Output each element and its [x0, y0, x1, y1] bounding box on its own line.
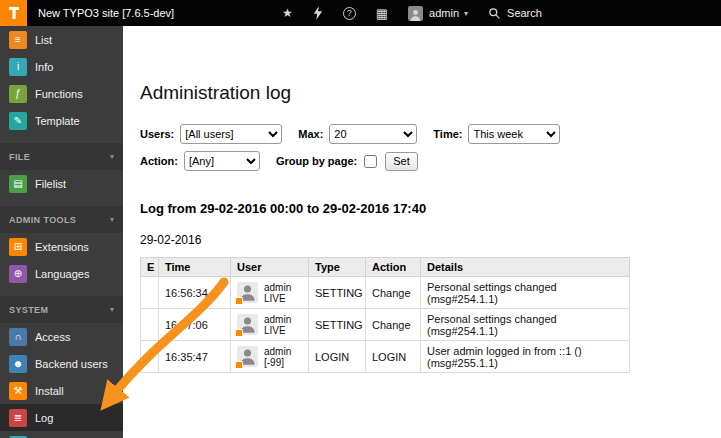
- filter-row-2: Action: [Any] Group by page: Set: [140, 151, 701, 171]
- time-filter: Time: This week: [433, 124, 560, 144]
- sidebar-item-label: Install: [35, 385, 64, 397]
- details-cell: Personal settings changed (msg#254.1.1): [421, 277, 630, 309]
- avatar: [408, 6, 423, 21]
- modules-button[interactable]: ▦: [366, 0, 398, 26]
- clear-cache-button[interactable]: [303, 0, 333, 26]
- action-cell: Change: [366, 277, 421, 309]
- topbar: New TYPO3 site [7.6.5-dev] ★ ? ▦: [0, 0, 721, 26]
- backend-users-module-icon: ☻: [9, 355, 27, 373]
- sidebar-item-functions[interactable]: ƒ Functions: [0, 80, 123, 107]
- set-button[interactable]: Set: [385, 152, 418, 171]
- sidebar-section-file[interactable]: FILE ▾: [0, 143, 123, 170]
- sidebar-item-filelist[interactable]: ▤ Filelist: [0, 170, 123, 197]
- search-button[interactable]: Search: [478, 0, 552, 26]
- star-icon: ★: [282, 7, 293, 19]
- log-module-icon: ≣: [9, 409, 27, 427]
- details-cell: Personal settings changed (msg#254.1.1): [421, 309, 630, 341]
- site-title: New TYPO3 site [7.6.5-dev]: [38, 7, 174, 19]
- header-user: User: [231, 258, 309, 277]
- type-cell: SETTING: [309, 277, 366, 309]
- chevron-down-icon: ▾: [110, 215, 114, 224]
- user-cell: admin LIVE: [231, 309, 309, 341]
- header-details: Details: [421, 258, 630, 277]
- user-cell: admin [-99]: [231, 341, 309, 373]
- sidebar-item-label: Languages: [35, 268, 89, 280]
- sidebar-item-list[interactable]: ≡ List: [0, 26, 123, 53]
- table-row: 16:47:06 admin: [141, 309, 630, 341]
- typo3-logo[interactable]: [0, 0, 27, 26]
- table-row: 16:35:47 admin: [141, 341, 630, 373]
- chevron-down-icon: ▾: [110, 305, 114, 314]
- sidebar-section-system[interactable]: SYSTEM ▾: [0, 296, 123, 323]
- action-filter: Action: [Any]: [140, 151, 260, 171]
- users-select[interactable]: [All users]: [180, 124, 282, 144]
- sidebar-item-label: Filelist: [35, 178, 66, 190]
- list-module-icon: ≡: [9, 31, 27, 49]
- users-label: Users:: [140, 128, 174, 140]
- user-workspace: LIVE: [264, 293, 291, 304]
- chevron-down-icon: ▾: [110, 152, 114, 161]
- search-icon: [488, 7, 501, 20]
- action-cell: Change: [366, 309, 421, 341]
- user-avatar-icon: [237, 346, 258, 367]
- typo3-logo-icon: [6, 5, 22, 21]
- table-header-row: E Time User Type Action Details: [141, 258, 630, 277]
- sidebar-item-label: Template: [35, 115, 80, 127]
- bookmarks-button[interactable]: ★: [272, 0, 303, 26]
- user-name: admin: [429, 7, 459, 19]
- max-filter: Max: 20: [298, 124, 417, 144]
- group-by-page-checkbox[interactable]: [364, 155, 377, 168]
- error-cell: [141, 341, 159, 373]
- user-avatar-icon: [237, 314, 258, 335]
- sidebar-item-backend-users[interactable]: ☻ Backend users: [0, 350, 123, 377]
- max-select[interactable]: 20: [329, 124, 417, 144]
- sidebar-item-info[interactable]: i Info: [0, 53, 123, 80]
- chevron-down-icon: ▾: [464, 9, 468, 18]
- header-error: E: [141, 258, 159, 277]
- bolt-icon: [313, 6, 323, 20]
- sidebar-item-db-check[interactable]: ▥ DB check: [0, 431, 123, 438]
- sidebar-item-log[interactable]: ≣ Log: [0, 404, 123, 431]
- sidebar-item-label: Extensions: [35, 241, 89, 253]
- avatar-overlay-badge: [235, 329, 243, 337]
- type-cell: LOGIN: [309, 341, 366, 373]
- header-time: Time: [159, 258, 231, 277]
- sidebar-item-access[interactable]: ∩ Access: [0, 323, 123, 350]
- time-select[interactable]: This week: [468, 124, 560, 144]
- user-workspace: [-99]: [264, 357, 291, 368]
- header-type: Type: [309, 258, 366, 277]
- search-label: Search: [507, 7, 542, 19]
- error-cell: [141, 309, 159, 341]
- sidebar-item-label: List: [35, 34, 52, 46]
- sidebar-item-extensions[interactable]: ⊞ Extensions: [0, 233, 123, 260]
- filter-row-1: Users: [All users] Max: 20 Time: This we…: [140, 124, 701, 144]
- sidebar-item-install[interactable]: ⚒ Install: [0, 377, 123, 404]
- user-menu[interactable]: admin ▾: [398, 0, 478, 26]
- section-label: FILE: [9, 152, 30, 162]
- sidebar-section-admin-tools[interactable]: ADMIN TOOLS ▾: [0, 206, 123, 233]
- action-label: Action:: [140, 155, 178, 167]
- help-button[interactable]: ?: [333, 0, 366, 26]
- page-title: Administration log: [140, 82, 701, 104]
- time-cell: 16:35:47: [159, 341, 231, 373]
- sidebar-item-languages[interactable]: ⊕ Languages: [0, 260, 123, 287]
- functions-module-icon: ƒ: [9, 85, 27, 103]
- grid-icon: ▦: [376, 7, 388, 20]
- access-module-icon: ∩: [9, 328, 27, 346]
- action-select[interactable]: [Any]: [184, 151, 260, 171]
- section-label: SYSTEM: [9, 305, 48, 315]
- group-by-page-label: Group by page:: [276, 155, 357, 167]
- table-row: 16:56:34 admin: [141, 277, 630, 309]
- user-avatar-icon: [237, 282, 258, 303]
- help-icon: ?: [343, 7, 356, 20]
- action-cell: LOGIN: [366, 341, 421, 373]
- sidebar-item-template[interactable]: ✎ Template: [0, 107, 123, 134]
- section-label: ADMIN TOOLS: [9, 215, 76, 225]
- type-cell: SETTING: [309, 309, 366, 341]
- sidebar-item-label: Access: [35, 331, 70, 343]
- users-filter: Users: [All users]: [140, 124, 282, 144]
- typo3-backend-screen: New TYPO3 site [7.6.5-dev] ★ ? ▦: [0, 0, 721, 438]
- sidebar-item-label: Functions: [35, 88, 83, 100]
- filelist-module-icon: ▤: [9, 175, 27, 193]
- time-cell: 16:56:34: [159, 277, 231, 309]
